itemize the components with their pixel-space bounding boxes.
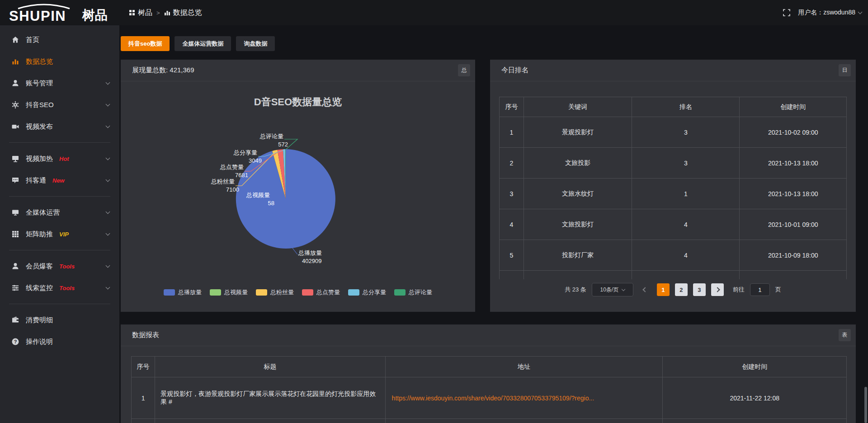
- legend-item-总评论量[interactable]: 总评论量: [394, 288, 432, 296]
- report-created-cell: [663, 419, 847, 423]
- chart-icon: [11, 57, 20, 66]
- table-cell: 2021-10-09 18:00: [740, 240, 847, 271]
- pie-label-name: 总播放量: [298, 249, 322, 256]
- table-cell: 1: [500, 117, 524, 148]
- fullscreen-icon[interactable]: [783, 9, 791, 17]
- next-page-button[interactable]: [711, 283, 724, 296]
- legend-item-总点赞量[interactable]: 总点赞量: [302, 288, 340, 296]
- sidebar-item-gear[interactable]: 抖音SEO: [0, 94, 119, 116]
- report-url-link[interactable]: https://www.iesdouyin.com/share/video/70…: [385, 377, 663, 419]
- table-cell: 景观投影灯: [524, 117, 632, 148]
- monitor-icon: [11, 208, 19, 216]
- pie-label-value: 7681: [235, 172, 248, 179]
- topbar: SHUPIN 树品 树品>数据总览 用户名：zswodun88: [0, 0, 868, 25]
- table-cell: 2021-10-01 09:00: [740, 209, 847, 240]
- report-column-header: 地址: [385, 357, 663, 377]
- table-cell: 文旅投影灯: [524, 209, 632, 240]
- sidebar-divider: [9, 250, 110, 250]
- sidebar-item-videocam[interactable]: 视频发布: [0, 116, 119, 137]
- table-row: 2文旅投影32021-10-13 18:00: [500, 148, 847, 179]
- report-title-cell: [155, 419, 385, 423]
- monitor-icon: [11, 208, 20, 217]
- sidebar-item-tag: New: [52, 177, 65, 184]
- report-table-wrap: 序号标题地址创建时间 1景观投影灯，夜游景观投影灯厂家展示展示落花灯在花园里的灯…: [131, 356, 847, 423]
- report-index-cell: 1: [132, 377, 155, 419]
- pie-chart: D音SEO数据量总览总播放量402909总视频量58总粉丝量7100总点赞量76…: [121, 60, 475, 286]
- wallet-icon: [11, 316, 19, 324]
- sidebar-menu: 首页数据总览账号管理抖音SEO视频发布视频加热Hot抖客通New全媒体运营矩阵助…: [0, 25, 119, 423]
- breadcrumb-item[interactable]: 数据总览: [164, 8, 202, 18]
- sidebar-item-tag: Hot: [59, 155, 69, 162]
- wallet-icon: [11, 315, 20, 324]
- sidebar-item-label: 会员爆客: [26, 262, 53, 271]
- report-title: 数据报表: [132, 331, 159, 339]
- logo-cn-text: 树品: [82, 9, 108, 23]
- legend-item-总视频量[interactable]: 总视频量: [210, 288, 248, 296]
- sidebar-item-grid[interactable]: 矩阵助推VIP: [0, 223, 119, 245]
- sidebar-item-home[interactable]: 首页: [0, 29, 119, 51]
- username-label: 用户名：zswodun88: [798, 9, 855, 17]
- ranking-column-header: 创建时间: [740, 97, 847, 117]
- videocam-icon: [11, 122, 19, 131]
- page-button-2[interactable]: 2: [675, 283, 688, 296]
- table-cell: [632, 271, 740, 280]
- sidebar-item-label: 全媒体运营: [26, 208, 60, 217]
- breadcrumb-item[interactable]: 树品: [129, 8, 152, 18]
- legend-item-总播放量[interactable]: 总播放量: [164, 288, 202, 296]
- chevron-down-icon: [106, 156, 110, 160]
- sidebar-item-monitor[interactable]: 全媒体运营: [0, 202, 119, 223]
- sidebar-item-tag: Tools: [59, 263, 75, 270]
- table-cell: 3: [632, 148, 740, 179]
- report-column-header: 标题: [155, 357, 385, 377]
- tab-询盘数据[interactable]: 询盘数据: [236, 36, 275, 51]
- prev-page-button[interactable]: [639, 283, 651, 296]
- chevron-down-icon: [106, 124, 110, 128]
- pie-label-name: 总分享量: [233, 149, 257, 156]
- sidebar-item-label: 视频发布: [26, 122, 53, 131]
- report-badge-button[interactable]: 表: [839, 329, 851, 341]
- sidebar-item-wallet[interactable]: 消费明细: [0, 309, 119, 331]
- report-panel: 数据报表 表 序号标题地址创建时间 1景观投影灯，夜游景观投影灯厂家展示展示落花…: [121, 324, 856, 423]
- breadcrumb-separator: >: [156, 9, 160, 16]
- sidebar-divider: [9, 142, 110, 143]
- sidebar-item-sliders[interactable]: 线索监控Tools: [0, 277, 119, 299]
- table-cell: 2021-10-13 18:00: [740, 179, 847, 209]
- user-menu[interactable]: 用户名：zswodun88: [798, 9, 862, 17]
- chevron-down-icon: [106, 285, 110, 290]
- overview-panel: 展现量总数: 421,369 总 D音SEO数据量总览总播放量402909总视频…: [121, 60, 475, 312]
- chevron-down-icon: [106, 102, 110, 107]
- page-button-3[interactable]: 3: [693, 283, 706, 296]
- legend-item-总分享量[interactable]: 总分享量: [348, 288, 386, 296]
- sidebar-item-user[interactable]: 会员爆客Tools: [0, 255, 119, 277]
- ranking-badge-button[interactable]: 日: [839, 64, 851, 76]
- goto-label: 前往: [733, 286, 745, 294]
- page-button-1[interactable]: 1: [657, 283, 670, 296]
- table-cell: 4: [632, 240, 740, 271]
- sidebar-item-question[interactable]: ?操作说明: [0, 331, 119, 352]
- grid-icon: [11, 230, 20, 239]
- logo-en-text: SHUPIN: [9, 8, 66, 23]
- sidebar-item-user[interactable]: 账号管理: [0, 72, 119, 94]
- sidebar-item-chart[interactable]: 数据总览: [0, 51, 119, 72]
- sidebar-item-screen[interactable]: 视频加热Hot: [0, 148, 119, 169]
- goto-page-input[interactable]: [750, 283, 770, 296]
- data-tabs: 抖音seo数据全媒体运营数据询盘数据: [121, 36, 275, 51]
- chevron-down-icon: [858, 9, 863, 14]
- home-icon: [11, 35, 20, 44]
- report-url-link[interactable]: [385, 419, 663, 423]
- sidebar-item-label: 首页: [26, 36, 39, 44]
- table-row: 1景观投影灯32021-10-02 09:00: [500, 117, 847, 148]
- gear-icon: [11, 100, 20, 109]
- legend-item-总粉丝量[interactable]: 总粉丝量: [256, 288, 294, 296]
- tab-抖音seo数据[interactable]: 抖音seo数据: [121, 36, 170, 51]
- chevron-down-icon: [106, 263, 110, 268]
- report-panel-header: 数据报表 表: [121, 324, 856, 346]
- tab-全媒体运营数据[interactable]: 全媒体运营数据: [175, 36, 231, 51]
- page-size-select[interactable]: 10条/页: [592, 283, 633, 296]
- chart-title: D音SEO数据量总览: [254, 96, 342, 108]
- pagination: 共 23 条10条/页123前往页: [490, 283, 856, 296]
- svg-text:?: ?: [14, 339, 17, 344]
- videocam-icon: [11, 122, 20, 131]
- page-scrollbar[interactable]: [864, 387, 867, 423]
- sidebar-item-chat[interactable]: 抖客通New: [0, 169, 119, 191]
